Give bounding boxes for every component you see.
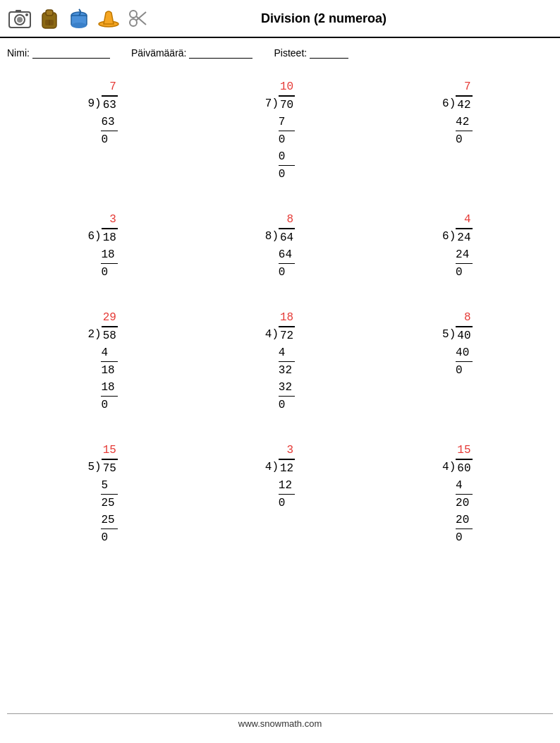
work-line: 64 <box>279 246 295 264</box>
divisor: 6 <box>442 228 449 245</box>
problem-cell: 79)63630 <box>14 71 191 190</box>
division-problem: 79)63630 <box>87 78 117 148</box>
page-title: Division (2 numeroa) <box>151 11 553 26</box>
work-line: 0 <box>101 529 117 546</box>
work-line: 0 <box>279 397 295 413</box>
work-line: 0 <box>101 131 117 148</box>
work-line: 4 <box>101 344 117 362</box>
work-lines: 240 <box>442 246 472 281</box>
problem-cell: 88)64640 <box>191 204 368 288</box>
work-line: 42 <box>456 114 472 131</box>
division-problem: 107)707000 <box>265 78 295 183</box>
score-label: Pisteet: <box>274 47 307 59</box>
work-line: 18 <box>101 379 117 397</box>
work-line: 0 <box>456 529 472 546</box>
work-lines: 640 <box>265 246 295 281</box>
problem-cell: 36)18180 <box>14 204 191 288</box>
problem-cell: 34)12120 <box>191 435 368 553</box>
dividend: 72 <box>279 326 295 344</box>
svg-line-16 <box>136 16 146 25</box>
quotient: 8 <box>442 309 472 326</box>
work-line: 18 <box>101 362 117 379</box>
division-problem: 184)72432320 <box>265 309 295 413</box>
dividend: 58 <box>102 326 118 344</box>
division-problem: 76)42420 <box>442 78 472 148</box>
divisor: 2 <box>87 326 95 343</box>
svg-point-4 <box>25 13 28 16</box>
dividend: 64 <box>279 228 295 246</box>
dividend: 24 <box>456 228 472 246</box>
work-line: 63 <box>101 114 117 131</box>
quotient: 10 <box>265 78 295 95</box>
divisor: 6 <box>442 95 449 112</box>
work-line: 0 <box>279 264 295 281</box>
svg-point-2 <box>17 17 23 23</box>
header-icons <box>7 6 151 31</box>
work-line: 18 <box>101 246 117 264</box>
work-line: 0 <box>279 131 295 148</box>
svg-rect-3 <box>16 10 21 13</box>
work-line: 4 <box>456 477 472 495</box>
division-bracket-symbol: ) <box>95 95 102 112</box>
work-line: 20 <box>456 495 472 512</box>
header: Division (2 numeroa) <box>0 0 560 38</box>
svg-rect-6 <box>46 10 53 16</box>
work-line: 5 <box>101 477 117 495</box>
quotient: 15 <box>442 442 472 459</box>
division-problem: 36)18180 <box>87 211 117 281</box>
division-problem: 34)12120 <box>265 442 295 512</box>
dividend: 18 <box>102 228 118 246</box>
dividend: 12 <box>279 459 295 477</box>
division-bracket-symbol: ) <box>272 326 279 343</box>
footer: www.snowmath.com <box>7 713 553 729</box>
problem-cell: 85)40400 <box>369 302 546 421</box>
work-lines: 420200 <box>442 477 472 546</box>
work-lines: 630 <box>87 114 117 148</box>
problem-cell: 107)707000 <box>191 71 368 190</box>
division-bracket-symbol: ) <box>272 95 279 112</box>
division-problem: 292)58418180 <box>87 309 117 413</box>
division-bracket-symbol: ) <box>272 459 279 476</box>
work-lines: 525250 <box>87 477 117 546</box>
problem-cell: 292)58418180 <box>14 302 191 421</box>
problems-grid: 79)63630107)70700076)4242036)1818088)646… <box>0 64 560 560</box>
problem-cell: 76)42420 <box>369 71 546 190</box>
work-line: 40 <box>456 344 472 362</box>
division-problem: 88)64640 <box>265 211 295 281</box>
divisor: 5 <box>87 459 95 476</box>
dividend: 63 <box>102 95 118 114</box>
division-bracket-symbol: ) <box>449 459 456 476</box>
quotient: 8 <box>265 211 295 228</box>
work-line: 20 <box>456 512 472 529</box>
division-bracket-symbol: ) <box>95 228 102 245</box>
problem-cell: 184)72432320 <box>191 302 368 421</box>
work-line: 4 <box>279 344 295 362</box>
work-lines: 400 <box>442 344 472 379</box>
quotient: 3 <box>265 442 295 459</box>
work-lines: 420 <box>442 114 472 148</box>
quotient: 7 <box>442 78 472 95</box>
work-line: 25 <box>101 512 117 529</box>
dividend: 60 <box>456 459 472 477</box>
division-bracket-symbol: ) <box>95 326 102 343</box>
divisor: 6 <box>87 228 95 245</box>
problem-cell: 46)24240 <box>369 204 546 288</box>
division-bracket-symbol: ) <box>272 228 279 245</box>
work-lines: 418180 <box>87 344 117 413</box>
work-lines: 432320 <box>265 344 295 413</box>
work-line: 0 <box>456 131 472 148</box>
division-bracket-symbol: ) <box>449 326 456 343</box>
divisor: 8 <box>265 228 272 245</box>
dividend: 40 <box>456 326 472 344</box>
work-line: 25 <box>101 495 117 512</box>
divisor: 7 <box>265 95 272 112</box>
work-line: 0 <box>456 264 472 281</box>
problem-cell: 155)75525250 <box>14 435 191 553</box>
scissors-icon <box>126 6 151 31</box>
work-lines: 180 <box>87 246 117 281</box>
name-blank[interactable] <box>32 47 110 59</box>
date-blank[interactable] <box>189 47 252 59</box>
division-bracket-symbol: ) <box>449 95 456 112</box>
score-blank[interactable] <box>310 47 348 59</box>
division-bracket-symbol: ) <box>449 228 456 245</box>
